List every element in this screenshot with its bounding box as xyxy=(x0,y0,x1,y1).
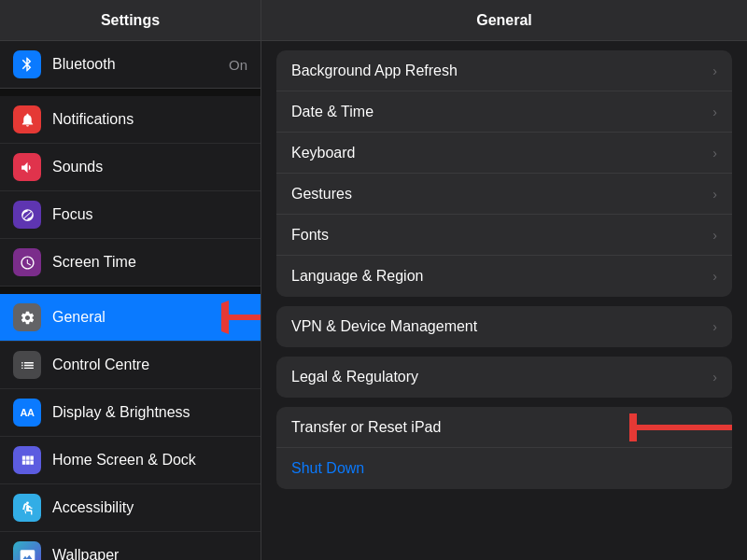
bluetooth-value: On xyxy=(229,57,247,73)
content-row-legal[interactable]: Legal & Regulatory › xyxy=(276,357,732,398)
notifications-icon xyxy=(13,105,41,133)
date-time-chevron: › xyxy=(712,105,717,119)
focus-icon xyxy=(13,201,41,229)
content-row-vpn[interactable]: VPN & Device Management › xyxy=(276,306,732,347)
sidebar: Bluetooth On Notifications xyxy=(0,41,261,560)
sounds-label: Sounds xyxy=(52,159,247,175)
header-settings-title: Settings xyxy=(0,0,261,40)
app-header: Settings General xyxy=(0,0,747,41)
content-row-background-app-refresh[interactable]: Background App Refresh › xyxy=(276,50,732,91)
content-row-keyboard[interactable]: Keyboard › xyxy=(276,133,732,174)
content-row-transfer-reset[interactable]: Transfer or Reset iPad xyxy=(276,407,732,448)
general-label: General xyxy=(52,309,247,326)
sidebar-group-1: Notifications Sounds Focus xyxy=(0,96,261,287)
sidebar-item-control-centre[interactable]: Control Centre xyxy=(0,342,261,389)
control-centre-icon xyxy=(13,351,41,379)
home-screen-icon xyxy=(13,446,41,474)
separator-1 xyxy=(0,89,261,96)
content-row-fonts[interactable]: Fonts › xyxy=(276,215,732,256)
gestures-label: Gestures xyxy=(291,186,712,203)
sidebar-item-display-brightness[interactable]: AA Display & Brightness xyxy=(0,389,261,437)
sounds-icon xyxy=(13,153,41,181)
language-region-chevron: › xyxy=(712,269,717,284)
focus-label: Focus xyxy=(52,206,247,223)
settings-title-text: Settings xyxy=(101,12,160,29)
accessibility-icon xyxy=(13,494,41,522)
control-centre-label: Control Centre xyxy=(52,357,247,373)
language-region-label: Language & Region xyxy=(291,268,712,285)
content-section-2: VPN & Device Management › xyxy=(276,306,732,347)
keyboard-chevron: › xyxy=(712,146,717,161)
vpn-label: VPN & Device Management xyxy=(291,318,712,335)
home-screen-label: Home Screen & Dock xyxy=(52,452,247,469)
general-icon xyxy=(13,303,41,331)
content-section-4: Transfer or Reset iPad Shut Down xyxy=(276,407,732,489)
wallpaper-label: Wallpaper xyxy=(52,547,247,560)
header-general-title: General xyxy=(261,0,747,40)
accessibility-label: Accessibility xyxy=(52,499,247,516)
sidebar-item-bluetooth[interactable]: Bluetooth On xyxy=(0,41,261,89)
content-panel: Background App Refresh › Date & Time › K… xyxy=(261,41,747,560)
display-brightness-icon: AA xyxy=(13,399,41,427)
bluetooth-icon xyxy=(13,50,41,78)
background-app-refresh-chevron: › xyxy=(712,63,717,78)
content-row-shutdown[interactable]: Shut Down xyxy=(276,448,732,489)
shutdown-label[interactable]: Shut Down xyxy=(291,460,364,477)
sidebar-item-general[interactable]: General xyxy=(0,294,261,342)
sidebar-item-wallpaper[interactable]: Wallpaper xyxy=(0,532,261,560)
sidebar-group-2: General xyxy=(0,294,261,560)
separator-2 xyxy=(0,287,261,294)
keyboard-label: Keyboard xyxy=(291,145,712,161)
vpn-chevron: › xyxy=(712,319,717,334)
main-layout: Bluetooth On Notifications xyxy=(0,41,747,560)
notifications-label: Notifications xyxy=(52,111,247,128)
legal-chevron: › xyxy=(712,370,717,385)
wallpaper-icon xyxy=(13,541,41,560)
content-section-3: Legal & Regulatory › xyxy=(276,357,732,398)
sidebar-item-accessibility[interactable]: Accessibility xyxy=(0,484,261,532)
sidebar-item-notifications[interactable]: Notifications xyxy=(0,96,261,144)
fonts-label: Fonts xyxy=(291,227,712,244)
bluetooth-label: Bluetooth xyxy=(52,56,229,73)
content-section-1: Background App Refresh › Date & Time › K… xyxy=(276,50,732,297)
content-row-date-time[interactable]: Date & Time › xyxy=(276,91,732,133)
content-row-gestures[interactable]: Gestures › xyxy=(276,174,732,215)
fonts-chevron: › xyxy=(712,228,717,243)
legal-label: Legal & Regulatory xyxy=(291,369,712,385)
sidebar-item-home-screen[interactable]: Home Screen & Dock xyxy=(0,437,261,484)
sidebar-item-sounds[interactable]: Sounds xyxy=(0,144,261,191)
sidebar-item-focus[interactable]: Focus xyxy=(0,191,261,239)
display-brightness-label: Display & Brightness xyxy=(52,404,247,421)
general-title-text: General xyxy=(476,12,532,29)
screen-time-label: Screen Time xyxy=(52,254,247,271)
transfer-reset-label: Transfer or Reset iPad xyxy=(291,419,717,436)
background-app-refresh-label: Background App Refresh xyxy=(291,63,712,79)
sidebar-item-screen-time[interactable]: Screen Time xyxy=(0,239,261,287)
gestures-chevron: › xyxy=(712,187,717,202)
date-time-label: Date & Time xyxy=(291,104,712,120)
content-row-language-region[interactable]: Language & Region › xyxy=(276,256,732,297)
screen-time-icon xyxy=(13,248,41,276)
